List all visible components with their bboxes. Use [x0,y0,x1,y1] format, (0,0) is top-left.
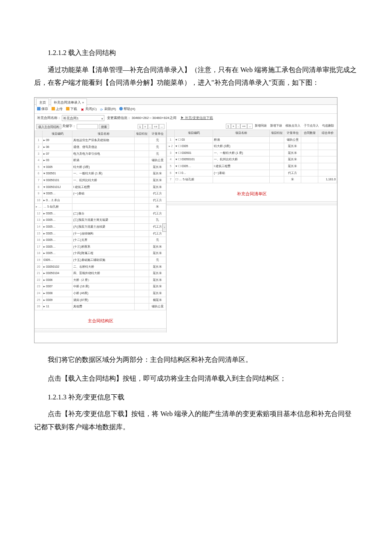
table-row[interactable]: 5 ▾ ☐ 0305…Ⅰ 建筑工程费延长米 [167,163,337,170]
table-row[interactable]: 17 ▸ 0305…(十三)桥面系延长米 [35,243,166,250]
table-row[interactable]: 2▸ 06通信、信号及信息元 [35,144,166,150]
table-row[interactable]: 10 ▸ 0… 2.承台代工方 [35,197,166,204]
add-child-button[interactable]: 新增下级 [269,123,283,129]
level-collapse-all[interactable]: -- [159,124,164,129]
table-row[interactable]: 5▾ 0305特大桥 (3座)延长米 [35,164,166,171]
cell-price: 1,181.0 [318,176,337,183]
table-row[interactable]: 3 ▾ ☐ 030501一、一般特大桥 (1 座)延长米 [167,150,337,156]
cell-name: (十一)连续钢构 [72,230,135,237]
tab-active[interactable]: 补充合同清单录入 × [51,98,87,107]
cell-feat [270,143,284,150]
save-icon [37,107,40,110]
col-unit[interactable]: 计量单位 [149,130,166,137]
table-row[interactable]: 24▸ 0308小桥 (46座)延长米 [35,290,166,297]
row-num: 24 [35,290,43,297]
r-level-collapse-all[interactable]: -- [247,124,253,129]
delete-checked-button[interactable]: 勾选删除 [321,123,335,129]
row-num: 6 [35,171,43,177]
cell-feat [135,263,149,270]
table-row[interactable]: 8 ▾ 03050101JⅠ 建筑工程费延长米 [35,184,166,191]
r-col-name[interactable]: 项目名称 [213,130,270,136]
table-row[interactable]: 13 ▸ 0305…(三)预应力混凝土简支箱梁孔 [35,217,166,224]
contract-name-select[interactable]: 补充合同1▾ [62,115,104,121]
r-col-code[interactable]: 项目编码 [175,130,213,136]
table-row[interactable]: 26▸ 11其他费铺轨公里 [35,304,166,310]
download-info-button[interactable]: ▶ 补充/变更信息下载 [181,115,213,121]
table-row[interactable]: 15 ▸ 0305…(十一)连续钢构代工方 [35,230,166,237]
table-row[interactable]: 7 ▾ 03050101一、杭州比特大桥延长米 [35,177,166,184]
table-row[interactable]: 25▸ 0309涵洞 (87座)横延米 [35,297,166,304]
table-row[interactable]: 23▸ 0307中桥 (18 座)延长米 [35,283,166,290]
r-level-expand-all[interactable]: ++ [240,124,247,129]
keyword-input[interactable] [77,124,98,129]
table-row[interactable]: 18 ▸ 0305…(十四)附属工程延长米 [35,250,166,257]
table-row[interactable]: 21 ▸ 03050104四、富顺外绕特大桥延长米 [35,270,166,277]
table-row[interactable]: ▸ 2 ▾ ☐ 0305特大桥 (3座)延长米 [167,143,337,150]
cell-name: 其他运营生产设备及建筑物 [72,137,135,144]
cell-feat [135,191,149,197]
table-row[interactable]: 3▸ 07电力及电力牵引供电元 [35,150,166,157]
table-row[interactable]: 14 ▸ 0305…(六)预应力混凝土连续梁代工方 [35,224,166,231]
r-col-rownum [167,130,175,136]
import-child-button[interactable]: 子节点导入 [303,123,320,129]
pane-divider-handle[interactable]: › [162,223,167,232]
tab-main[interactable]: 主页 [36,98,49,107]
table-row[interactable]: 1▸ 09其他运营生产设备及建筑物元 [35,137,166,144]
table-row[interactable]: 19 0305…(十五)基础施工辅助设施元 [35,257,166,264]
level-expand-all[interactable]: ++ [152,124,159,129]
r-level-collapse[interactable]: - [236,124,240,129]
r-col-feat[interactable]: 项目特征 [270,130,284,136]
col-feat[interactable]: 项目特征 [135,130,149,137]
download-button[interactable]: 下载 [66,107,77,111]
col-code[interactable]: 项目编码 [43,130,72,137]
cell-name: 特大桥 (3座) [72,164,135,171]
r-col-qty[interactable]: 合同数量 [301,130,318,136]
table-row[interactable]: 6 ▾ 030501一、一般特大桥 (1 座)延长米 [35,171,166,177]
right-scrollbar[interactable] [167,201,337,205]
table-row[interactable]: 1▾ ☐ 03桥涵铺轨公里 [167,136,337,143]
upload-button[interactable]: 上传 [52,107,63,111]
col-name[interactable]: 项目名称 [72,130,135,137]
cell-unit: 代工方 [149,210,166,217]
import-template-button[interactable]: 模板点导入 [284,123,302,129]
table-row[interactable]: 12 ▸ 0305…(二)墩台代工方 [35,210,166,217]
cell-price [318,143,337,150]
row-num: 5 [35,164,43,171]
r-col-unit[interactable]: 计量单位 [284,130,301,136]
table-row[interactable]: 9 ▾ 0305…(一)基础代工方 [35,191,166,197]
cell-code: ▸ 0305… [43,250,72,257]
cell-feat [135,137,149,144]
table-row[interactable]: 7 ☐ … 5.钻孔桩米1,181.0 [167,176,337,183]
r-level-expand[interactable]: + [231,124,236,129]
close-button[interactable]: ✖关闭(C) [81,107,97,111]
search-button[interactable]: 搜索 [99,124,109,129]
table-row[interactable]: 22▸ 0306大桥（2 座）延长米 [35,277,166,283]
cell-name: 二、石桥特大桥 [72,263,135,270]
add-sibling-button[interactable]: 新增同级 [254,123,268,129]
tab-close-icon[interactable]: × [82,101,84,104]
tab-active-label: 补充合同清单录入 [54,101,81,104]
r-col-price[interactable]: 综合单价 [318,130,337,136]
level-collapse[interactable]: - [148,124,152,129]
save-button[interactable]: 保存 [37,107,48,111]
left-scrollbar[interactable] [35,328,166,332]
col-rownum [35,130,43,137]
table-row[interactable]: 4▸ 03桥涵铺轨公里 [35,157,166,164]
cell-name: 桥涵 [72,157,135,164]
right-grid: 项目编码 项目名称 项目特征 计量单位 合同数量 综合单价 1▾ ☐ 03桥涵铺… [167,130,337,183]
table-row[interactable]: 4 ▾ ☐ 03050101一、杭州比特大桥延长米 [167,156,337,163]
r-level-1[interactable]: 1 [226,124,231,129]
level-expand[interactable]: + [143,124,148,129]
cell-qty [301,136,318,143]
cell-name: (十二)支座 [72,237,135,244]
table-row[interactable]: ▸ 11 … 5.钻孔桩米 [35,204,166,211]
table-row[interactable]: 20 ▸ 03050102二、石桥特大桥延长米 [35,263,166,270]
load-structure-button[interactable]: 载入主合同结构 [36,124,61,129]
table-row[interactable]: 16 ▸ 0305…(十二)支座元 [35,237,166,244]
refresh-button[interactable]: ⟳刷新(R) [100,107,116,111]
help-button[interactable]: 帮助(H) [119,107,135,111]
cell-qty [301,170,318,176]
cell-name: (三)预应力混凝土简支箱梁 [72,217,135,224]
level-1[interactable]: 1 [138,124,143,129]
table-row[interactable]: 6 ▾ ☐ 0…(一)基础代工方 [167,170,337,176]
